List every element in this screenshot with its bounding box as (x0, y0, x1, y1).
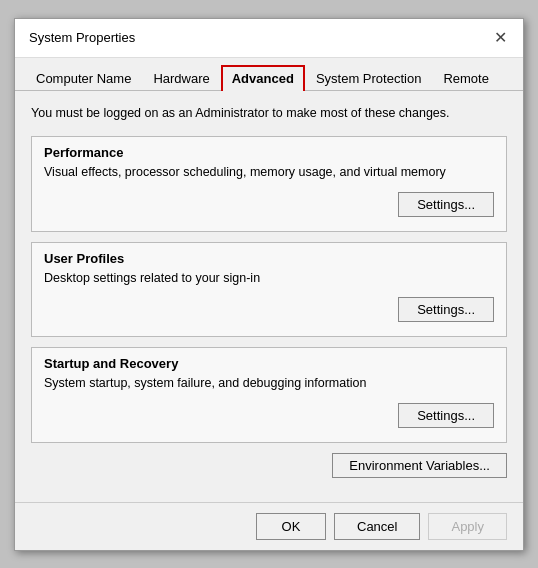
startup-recovery-title: Startup and Recovery (44, 356, 494, 371)
performance-section: Performance Visual effects, processor sc… (31, 136, 507, 232)
cancel-button[interactable]: Cancel (334, 513, 420, 540)
user-profiles-btn-row: Settings... (44, 297, 494, 322)
environment-variables-button[interactable]: Environment Variables... (332, 453, 507, 478)
ok-button[interactable]: OK (256, 513, 326, 540)
system-properties-window: System Properties ✕ Computer Name Hardwa… (14, 18, 524, 551)
user-profiles-settings-button[interactable]: Settings... (398, 297, 494, 322)
tab-computer-name[interactable]: Computer Name (25, 65, 142, 91)
content-area: You must be logged on as an Administrato… (15, 91, 523, 502)
user-profiles-desc: Desktop settings related to your sign-in (44, 270, 494, 288)
user-profiles-title: User Profiles (44, 251, 494, 266)
bottom-bar: OK Cancel Apply (15, 502, 523, 550)
startup-recovery-btn-row: Settings... (44, 403, 494, 428)
startup-recovery-settings-button[interactable]: Settings... (398, 403, 494, 428)
startup-recovery-desc: System startup, system failure, and debu… (44, 375, 494, 393)
performance-desc: Visual effects, processor scheduling, me… (44, 164, 494, 182)
startup-recovery-section: Startup and Recovery System startup, sys… (31, 347, 507, 443)
title-bar: System Properties ✕ (15, 19, 523, 58)
tab-hardware[interactable]: Hardware (142, 65, 220, 91)
admin-notice: You must be logged on as an Administrato… (31, 105, 507, 123)
performance-btn-row: Settings... (44, 192, 494, 217)
close-button[interactable]: ✕ (489, 27, 511, 49)
tab-bar: Computer Name Hardware Advanced System P… (15, 58, 523, 91)
performance-settings-button[interactable]: Settings... (398, 192, 494, 217)
performance-title: Performance (44, 145, 494, 160)
window-title: System Properties (29, 30, 135, 45)
apply-button[interactable]: Apply (428, 513, 507, 540)
tab-system-protection[interactable]: System Protection (305, 65, 433, 91)
tab-remote[interactable]: Remote (432, 65, 500, 91)
tab-advanced[interactable]: Advanced (221, 65, 305, 91)
user-profiles-section: User Profiles Desktop settings related t… (31, 242, 507, 338)
env-variables-row: Environment Variables... (31, 453, 507, 478)
